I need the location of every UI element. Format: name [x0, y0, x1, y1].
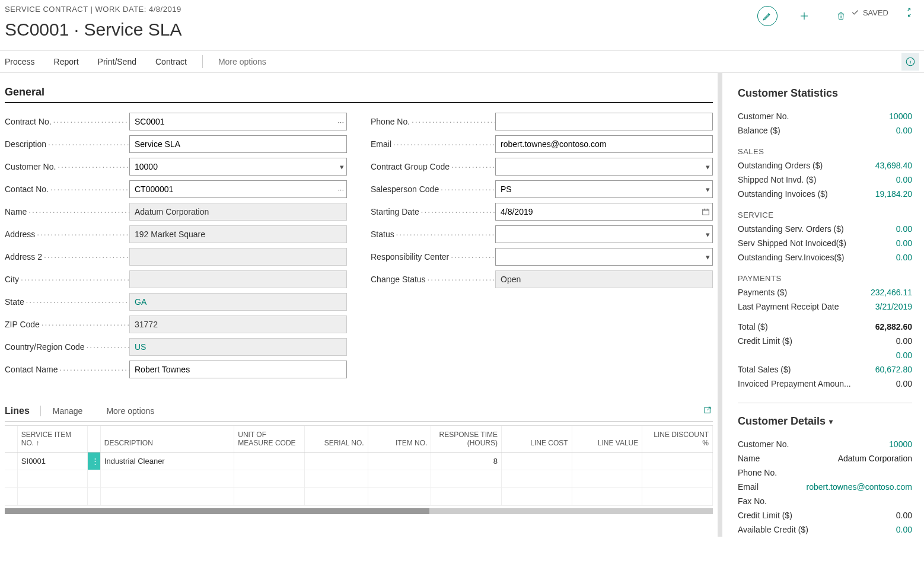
subhead-sales: SALES — [738, 147, 912, 156]
label-name: Name — [5, 207, 129, 216]
city-field — [129, 270, 347, 288]
col-serial-no[interactable]: SERIAL NO. — [304, 426, 368, 452]
label-contact-no: Contact No. — [5, 184, 129, 194]
col-line-discount[interactable]: LINE DISCOUNT % — [642, 426, 713, 452]
email-field[interactable] — [495, 135, 713, 153]
subhead-service: SERVICE — [738, 211, 912, 219]
menu-report[interactable]: Report — [44, 57, 88, 66]
name-field: Adatum Corporation — [129, 203, 347, 221]
col-uom[interactable]: UNIT OF MEASURE CODE — [234, 426, 305, 452]
expand-lines-icon[interactable] — [703, 406, 713, 416]
label-description: Description — [5, 139, 129, 149]
lines-grid[interactable]: SERVICE ITEM NO. ↑ DESCRIPTION UNIT OF M… — [5, 425, 713, 514]
table-row[interactable]: SI0001 ⋮ Industrial Cleaner 8 — [5, 452, 713, 470]
salesperson-field[interactable]: ▾ — [495, 180, 713, 198]
chevron-down-icon[interactable]: ▾ — [340, 162, 344, 171]
col-description[interactable]: DESCRIPTION — [100, 426, 234, 452]
label-change-status: Change Status — [371, 275, 495, 284]
label-status: Status — [371, 230, 495, 239]
stat-balance[interactable]: 0.00 — [896, 126, 912, 135]
resp-center-field[interactable]: ▾ — [495, 248, 713, 266]
stat-customer-no[interactable]: 10000 — [889, 111, 912, 121]
change-status-field: Open — [495, 270, 713, 288]
page-title: SC0001 · Service SLA — [5, 20, 757, 40]
starting-date-field[interactable] — [495, 203, 713, 221]
breadcrumb: SERVICE CONTRACT | WORK DATE: 4/8/2019 — [5, 5, 757, 14]
collapse-icon[interactable] — [904, 7, 915, 18]
contract-no-field[interactable]: ··· — [129, 113, 347, 130]
chevron-down-icon[interactable]: ▾ — [706, 162, 710, 171]
menu-separator — [202, 55, 203, 68]
label-address: Address — [5, 230, 129, 239]
delete-icon[interactable] — [831, 6, 851, 26]
saved-indicator: SAVED — [851, 8, 888, 17]
label-email: Email — [371, 139, 495, 149]
ellipsis-icon[interactable]: ··· — [337, 117, 344, 126]
horizontal-scrollbar[interactable] — [5, 508, 713, 514]
label-contract-no: Contract No. — [5, 117, 129, 126]
stat-customer-no-label: Customer No. — [738, 111, 789, 121]
col-item-no[interactable]: ITEM NO. — [368, 426, 431, 452]
zip-field: 31772 — [129, 315, 347, 333]
country-field: US — [129, 338, 347, 356]
chevron-down-icon[interactable]: ▾ — [829, 417, 833, 426]
chevron-down-icon[interactable]: ▾ — [706, 185, 710, 194]
label-resp-center: Responsibility Center — [371, 252, 495, 262]
contact-name-field[interactable] — [129, 361, 347, 378]
section-customer-statistics: Customer Statistics — [738, 87, 912, 100]
stat-balance-label: Balance ($) — [738, 126, 780, 135]
section-general: General — [5, 73, 713, 103]
address2-field — [129, 248, 347, 266]
phone-field[interactable] — [495, 113, 713, 130]
table-row[interactable] — [5, 488, 713, 506]
lines-more[interactable]: More options — [94, 406, 166, 416]
label-zip: ZIP Code — [5, 320, 129, 329]
new-icon[interactable] — [794, 6, 814, 26]
menu-print-send[interactable]: Print/Send — [88, 57, 146, 66]
status-field[interactable]: ▾ — [495, 225, 713, 243]
description-field[interactable] — [129, 135, 347, 153]
label-contract-group: Contract Group Code — [371, 162, 495, 171]
label-contact-name: Contact Name — [5, 365, 129, 374]
menu-more-options[interactable]: More options — [209, 57, 276, 66]
lines-manage[interactable]: Manage — [41, 406, 95, 416]
label-address2: Address 2 — [5, 252, 129, 262]
label-state: State — [5, 297, 129, 307]
state-field: GA — [129, 293, 347, 311]
label-customer-no: Customer No. — [5, 162, 129, 171]
label-starting-date: Starting Date — [371, 207, 495, 216]
dropdown-icon[interactable]: ▾ — [706, 230, 710, 239]
label-city: City — [5, 275, 129, 284]
menu-process[interactable]: Process — [5, 57, 44, 66]
label-phone: Phone No. — [371, 117, 495, 126]
address-field: 192 Market Square — [129, 225, 347, 243]
section-customer-details[interactable]: Customer Details ▾ — [738, 415, 912, 428]
col-service-item-no[interactable]: SERVICE ITEM NO. ↑ — [17, 426, 88, 452]
col-line-cost[interactable]: LINE COST — [502, 426, 572, 452]
row-handle-icon[interactable]: ⋮ — [88, 452, 100, 470]
calendar-icon[interactable] — [702, 208, 710, 216]
svg-rect-1 — [703, 209, 709, 215]
ellipsis-icon[interactable]: ··· — [337, 185, 344, 194]
customer-no-field[interactable]: ▾ — [129, 158, 347, 176]
contract-group-field[interactable]: ▾ — [495, 158, 713, 176]
col-response-time[interactable]: RESPONSE TIME (HOURS) — [431, 426, 502, 452]
label-salesperson: Salesperson Code — [371, 184, 495, 194]
label-country: Country/Region Code — [5, 342, 129, 352]
subhead-payments: PAYMENTS — [738, 274, 912, 283]
menu-contract[interactable]: Contract — [146, 57, 196, 66]
col-line-value[interactable]: LINE VALUE — [572, 426, 642, 452]
edit-icon[interactable] — [757, 6, 778, 26]
table-row[interactable] — [5, 470, 713, 488]
section-lines: Lines — [5, 406, 41, 416]
chevron-down-icon[interactable]: ▾ — [706, 253, 710, 262]
info-icon[interactable] — [901, 53, 919, 71]
contact-no-field[interactable]: ··· — [129, 180, 347, 198]
